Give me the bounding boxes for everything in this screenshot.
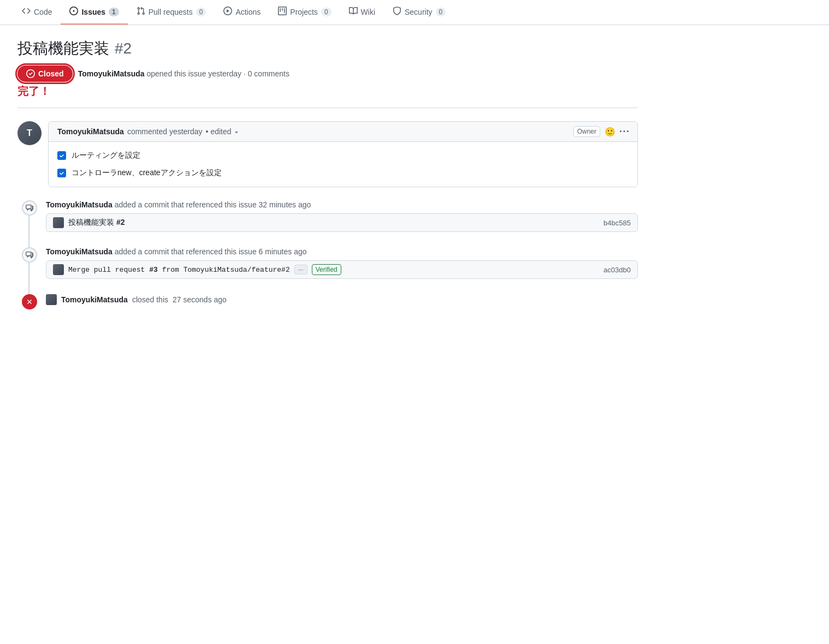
timeline-username-2[interactable]: TomoyukiMatsuda xyxy=(46,247,112,256)
closed-timeline-icon xyxy=(22,294,37,309)
closed-username[interactable]: TomoyukiMatsuda xyxy=(61,295,128,304)
security-icon xyxy=(393,7,401,17)
comment-edited-dropdown[interactable]: • edited xyxy=(206,127,240,136)
nav-wiki[interactable]: Wiki xyxy=(340,0,384,25)
timeline-content-commit2: TomoyukiMatsuda added a commit that refe… xyxy=(46,247,638,279)
pr-icon xyxy=(137,7,145,17)
comment-header: TomoyukiMatsuda commented yesterday • ed… xyxy=(49,122,637,142)
closed-badge-label: Closed xyxy=(38,69,64,78)
nav-pr-badge: 0 xyxy=(196,8,206,16)
timeline-item-commit1: TomoyukiMatsuda added a commit that refe… xyxy=(46,200,638,232)
issue-number: #2 xyxy=(115,40,132,57)
closed-time: 27 seconds ago xyxy=(173,295,227,304)
commit-avatar-2 xyxy=(53,264,64,275)
nav-projects[interactable]: Projects 0 xyxy=(269,0,340,25)
checklist-item-2: コントローラnew、createアクションを設定 xyxy=(57,168,629,178)
nav-bar: Code Issues 1 Pull requests 0 xyxy=(0,0,829,25)
verified-badge: Verified xyxy=(312,264,341,275)
checklist-item-1-text: ルーティングを設定 xyxy=(72,151,140,160)
issue-title-text: 投稿機能実装 xyxy=(17,38,109,59)
nav-issues-badge: 1 xyxy=(109,8,119,16)
timeline-time-1: 32 minutes ago xyxy=(259,200,311,209)
timeline-time-2: 6 minutes ago xyxy=(259,247,307,256)
nav-wiki-label: Wiki xyxy=(361,8,375,16)
commit-ref-2: Merge pull request #3 from TomoyukiMatsu… xyxy=(46,260,638,279)
nav-code-label: Code xyxy=(34,8,52,16)
checkbox-checked-1 xyxy=(57,151,66,160)
timeline-content-closed: TomoyukiMatsuda closed this 27 seconds a… xyxy=(46,294,638,305)
commit-title-1: 投稿機能実装 #2 xyxy=(68,218,599,228)
emoji-reaction-button[interactable]: 🙂 xyxy=(605,127,615,137)
timeline-action-1: added a commit that referenced this issu… xyxy=(115,200,259,209)
commit-avatar-1 xyxy=(53,217,64,228)
nav-security-badge: 0 xyxy=(436,8,446,16)
nav-security[interactable]: Security 0 xyxy=(384,0,454,25)
nav-projects-label: Projects xyxy=(290,8,318,16)
wiki-icon xyxy=(349,7,358,17)
comment-timestamp: commented yesterday xyxy=(127,127,203,136)
kanryo-text: 完了！ xyxy=(17,84,638,99)
nav-issues[interactable]: Issues 1 xyxy=(61,0,127,25)
comment-box: TomoyukiMatsuda commented yesterday • ed… xyxy=(48,121,638,187)
actions-icon xyxy=(223,7,232,17)
commit-message-code: Merge pull request #3 from TomoyukiMatsu… xyxy=(68,266,290,274)
closed-badge: Closed xyxy=(17,65,73,82)
timeline: TomoyukiMatsuda added a commit that refe… xyxy=(17,200,638,305)
commit-ref-1: 投稿機能実装 #2 b4bc585 xyxy=(46,213,638,232)
comment-header-right: Owner 🙂 xyxy=(573,126,629,137)
nav-projects-badge: 0 xyxy=(321,8,331,16)
timeline-content-commit1: TomoyukiMatsuda added a commit that refe… xyxy=(46,200,638,232)
commit-ref-icon-1 xyxy=(22,200,37,216)
nav-issues-label: Issues xyxy=(81,8,105,16)
issue-author-link[interactable]: TomoyukiMatsuda xyxy=(78,69,145,78)
status-meta: TomoyukiMatsuda opened this issue yester… xyxy=(78,69,289,78)
comment-header-left: TomoyukiMatsuda commented yesterday • ed… xyxy=(57,127,240,136)
nav-actions[interactable]: Actions xyxy=(215,0,269,25)
closed-avatar xyxy=(46,294,57,305)
commit-hash-1: b4bc585 xyxy=(603,219,631,227)
checklist-item-1: ルーティングを設定 xyxy=(57,151,629,160)
more-options-button[interactable] xyxy=(620,127,629,136)
nav-pr-label: Pull requests xyxy=(149,8,193,16)
comment-area: T TomoyukiMatsuda commented yesterday • … xyxy=(17,121,638,187)
timeline-item-commit2: TomoyukiMatsuda added a commit that refe… xyxy=(46,247,638,279)
timeline-item-closed: TomoyukiMatsuda closed this 27 seconds a… xyxy=(46,294,638,305)
code-icon xyxy=(22,7,31,17)
commit-ref-icon-2 xyxy=(22,247,37,263)
divider xyxy=(17,108,638,108)
nav-security-label: Security xyxy=(405,8,433,16)
owner-badge: Owner xyxy=(573,126,600,137)
issue-title-row: 投稿機能実装 #2 xyxy=(17,38,638,59)
nav-code[interactable]: Code xyxy=(13,0,61,25)
checkbox-checked-2 xyxy=(57,169,66,177)
projects-icon xyxy=(278,7,287,17)
nav-actions-label: Actions xyxy=(235,8,260,16)
commit-hash-2: ac03db0 xyxy=(603,266,631,274)
issue-icon xyxy=(69,7,78,17)
checklist-item-2-text: コントローラnew、createアクションを設定 xyxy=(72,168,222,178)
avatar: T xyxy=(17,121,42,145)
comment-username[interactable]: TomoyukiMatsuda xyxy=(57,127,124,136)
more-dots-button[interactable]: ··· xyxy=(294,265,307,275)
timeline-username-1[interactable]: TomoyukiMatsuda xyxy=(46,200,112,209)
timeline-action-2: added a commit that referenced this issu… xyxy=(115,247,259,256)
comment-body: ルーティングを設定 コントローラnew、createアクションを設定 xyxy=(49,142,637,187)
closed-action: closed this xyxy=(132,295,168,304)
main-content: 投稿機能実装 #2 Closed TomoyukiMatsuda opened … xyxy=(0,25,655,333)
closed-badge-icon xyxy=(26,69,35,78)
nav-pull-requests[interactable]: Pull requests 0 xyxy=(128,0,215,25)
status-row: Closed TomoyukiMatsuda opened this issue… xyxy=(17,65,638,82)
